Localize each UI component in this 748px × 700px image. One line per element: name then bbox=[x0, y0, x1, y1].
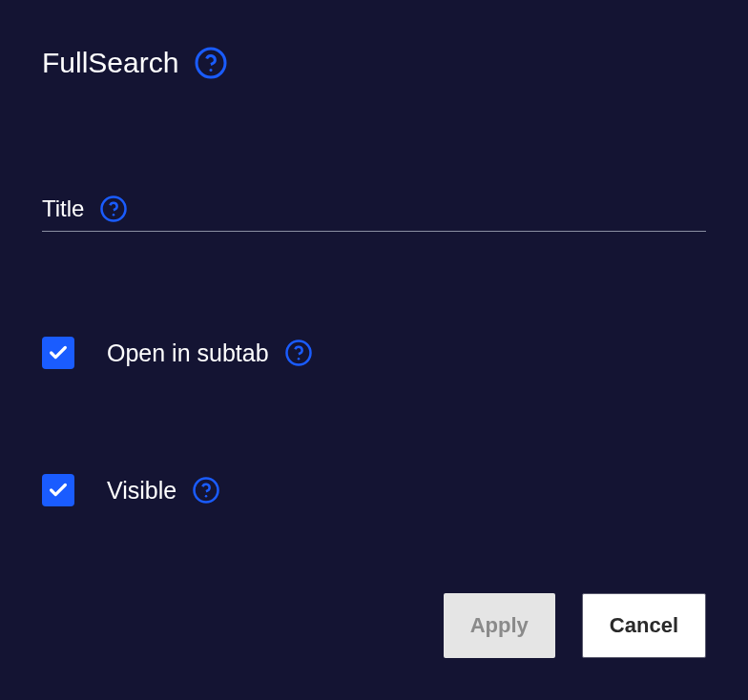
open-in-subtab-label: Open in subtab bbox=[107, 340, 269, 367]
help-icon[interactable] bbox=[99, 195, 128, 223]
page-title: FullSearch bbox=[42, 47, 178, 79]
visible-row: Visible bbox=[42, 474, 706, 506]
title-label: Title bbox=[42, 196, 84, 222]
button-row: Apply Cancel bbox=[444, 593, 706, 658]
visible-checkbox[interactable] bbox=[42, 474, 74, 506]
help-icon[interactable] bbox=[284, 339, 313, 367]
cancel-button[interactable]: Cancel bbox=[582, 593, 706, 658]
help-icon[interactable] bbox=[194, 46, 228, 80]
open-in-subtab-row: Open in subtab bbox=[42, 337, 706, 369]
visible-label: Visible bbox=[107, 477, 177, 504]
header-row: FullSearch bbox=[42, 46, 706, 80]
open-in-subtab-checkbox[interactable] bbox=[42, 337, 74, 369]
title-field-row[interactable]: Title bbox=[42, 195, 706, 232]
apply-button[interactable]: Apply bbox=[444, 593, 555, 658]
help-icon[interactable] bbox=[192, 476, 220, 504]
